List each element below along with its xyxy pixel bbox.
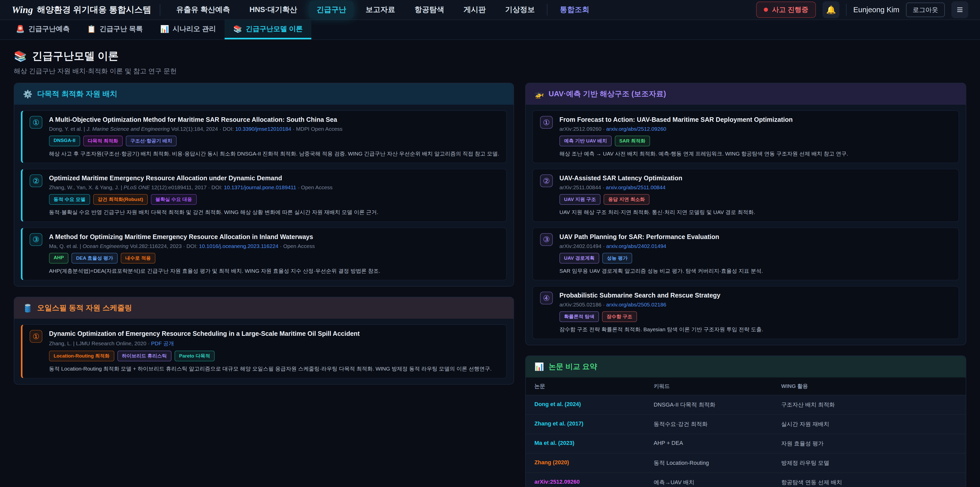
- incident-dot-icon: [764, 8, 768, 12]
- paper-meta: Dong, Y. et al. | J. Marine Science and …: [49, 126, 499, 132]
- panel-header: 🚁 UAV·예측 기반 해상구조 (보조자료): [526, 83, 966, 105]
- tag: Pareto 다목적: [175, 351, 215, 361]
- tag-list: UAV 경로계획 성능 평가: [559, 253, 951, 263]
- paper-authors: Ma, Q. et al. |: [49, 243, 83, 249]
- tag: UAV 지원 구조: [559, 194, 600, 205]
- table-row[interactable]: Zhang (2020) 동적 Location-Routing 방제정 라우팅…: [526, 453, 966, 473]
- table-row[interactable]: Dong et al. (2024) DNSGA-II 다목적 최적화 구조자산…: [526, 395, 966, 414]
- main-nav: 유출유 확산예측 HNS·대기확산 긴급구난 보고자료 항공탐색 게시판 기상정…: [169, 1, 597, 18]
- nav-item-board[interactable]: 게시판: [456, 1, 493, 18]
- tag: 구조선·항공기 배치: [126, 136, 177, 146]
- paper-title: UAV Path Planning for SAR: Performance E…: [559, 233, 951, 241]
- tag: 하이브리드 휴리스틱: [118, 351, 172, 361]
- paper-volume: 12(12):e0189411, 2017 · DOI:: [150, 184, 224, 190]
- paper-body: Probabilistic Submarine Search and Rescu…: [559, 292, 951, 333]
- nav-divider: [160, 4, 160, 16]
- paper-number-badge: ④: [540, 292, 553, 304]
- paper-ref-link[interactable]: Dong et al. (2024): [526, 395, 645, 414]
- logo-text: 해양환경 위기대응 통합시스템: [37, 4, 151, 16]
- page-title: 📚 긴급구난모델 이론: [14, 49, 966, 63]
- paper-meta: arXiv:2511.00844 · arxiv.org/abs/2511.00…: [559, 184, 951, 190]
- menu-button[interactable]: ≡: [951, 1, 968, 18]
- paper-title: UAV-Assisted SAR Latency Optimization: [559, 174, 951, 182]
- tag: Location-Routing 최적화: [49, 351, 115, 361]
- page-header: 📚 긴급구난모델 이론 해상 긴급구난 자원 배치·최적화 이론 및 참고 연구…: [0, 40, 980, 83]
- nav-item-weather[interactable]: 기상정보: [498, 1, 542, 18]
- paper-arxiv-id: arXiv:2402.01494 ·: [559, 243, 606, 249]
- pdf-link[interactable]: PDF 공개: [151, 340, 174, 346]
- notification-button[interactable]: 🔔: [822, 1, 839, 18]
- panel-header: ⚙️ 다목적 최적화 자원 배치: [14, 83, 514, 105]
- paper-meta: Ma, Q. et al. | Ocean Engineering Vol.28…: [49, 243, 499, 249]
- table-row[interactable]: arXiv:2512.09260 예측→UAV 배치 항공탐색 연동 선제 배치: [526, 473, 966, 487]
- arxiv-link[interactable]: arxiv.org/abs/2512.09260: [606, 126, 666, 132]
- tab-rescue-model-theory[interactable]: 📚 긴급구난모델 이론: [224, 20, 311, 39]
- paper-number-badge: ①: [30, 116, 42, 129]
- doi-link[interactable]: 10.1016/j.oceaneng.2023.116224: [199, 243, 278, 249]
- arxiv-link[interactable]: arxiv.org/abs/2505.02186: [606, 302, 666, 308]
- nav-item-integrated-search[interactable]: 통합조회: [552, 1, 597, 18]
- paper-access: · Open Access: [296, 184, 332, 190]
- paper-body: Optimized Maritime Emergency Resource Al…: [49, 174, 499, 216]
- paper-card: ① From Forecast to Action: UAV-Based Mar…: [532, 110, 959, 163]
- incident-status-badge[interactable]: 사고 진행중: [756, 2, 816, 18]
- paper-body: A Method for Optimizing Maritime Emergen…: [49, 233, 499, 275]
- panel-header: 🛢️ 오일스필 동적 자원 스케줄링: [14, 297, 514, 319]
- tag: SAR 최적화: [615, 136, 650, 146]
- tab-rescue-list[interactable]: 📋 긴급구난 목록: [78, 20, 151, 39]
- oil-drum-icon: 🛢️: [23, 303, 32, 313]
- nav-item-hns[interactable]: HNS·대기확산: [242, 1, 304, 18]
- panel-multiobjective-optimization: ⚙️ 다목적 최적화 자원 배치 ① A Multi-Objective Opt…: [14, 83, 514, 287]
- logout-button[interactable]: 로그아웃: [906, 3, 945, 17]
- tag-list: 동적 수요 모델 강건 최적화(Robust) 불확실 수요 대응: [49, 194, 499, 205]
- helicopter-icon: 🚁: [535, 89, 544, 99]
- nav-item-oil-spill[interactable]: 유출유 확산예측: [169, 1, 237, 18]
- arxiv-link[interactable]: arxiv.org/abs/2402.01494: [606, 243, 666, 249]
- tag-list: UAV 지원 구조 응답 지연 최소화: [559, 194, 951, 205]
- gear-icon: ⚙️: [23, 89, 32, 99]
- paper-number-badge: ①: [30, 330, 42, 343]
- paper-meta: Zhang, L. | LJMU Research Online, 2020 ·…: [49, 340, 499, 347]
- doi-link[interactable]: 10.3390/jmse12010184: [235, 126, 291, 132]
- table-row[interactable]: Ma et al. (2023) AHP + DEA 자원 효율성 평가: [526, 434, 966, 453]
- doi-link[interactable]: 10.1371/journal.pone.0189411: [224, 184, 296, 190]
- paper-ref-link[interactable]: Ma et al. (2023): [526, 434, 645, 453]
- tag: UAV 경로계획: [559, 253, 599, 263]
- paper-arxiv-id: arXiv:2505.02186 ·: [559, 302, 606, 308]
- keyword-cell: 동적수요·강건 최적화: [645, 415, 773, 434]
- paper-ref-link[interactable]: arXiv:2512.09260: [526, 473, 645, 487]
- chart-icon: 📊: [160, 25, 169, 33]
- paper-body: UAV Path Planning for SAR: Performance E…: [559, 233, 951, 275]
- table-row[interactable]: Zhang et al. (2017) 동적수요·강건 최적화 실시간 자원 재…: [526, 414, 966, 434]
- tag: 잠수함 구조: [602, 311, 637, 322]
- nav-item-reports[interactable]: 보고자료: [358, 1, 402, 18]
- paper-number-badge: ②: [30, 174, 42, 187]
- paper-ref-link[interactable]: Zhang et al. (2017): [526, 415, 645, 434]
- paper-title: Optimized Maritime Emergency Resource Al…: [49, 174, 499, 182]
- arxiv-link[interactable]: arxiv.org/abs/2511.00844: [606, 184, 666, 190]
- paper-authors: Zhang, L. | LJMU Research Online, 2020 ·: [49, 340, 151, 346]
- wing-usage-cell: 방제정 라우팅 모델: [773, 453, 966, 473]
- keyword-cell: 동적 Location-Routing: [645, 453, 773, 473]
- keyword-cell: AHP + DEA: [645, 434, 773, 453]
- paper-body: From Forecast to Action: UAV-Based Marit…: [559, 116, 951, 158]
- nav-item-aerial-search[interactable]: 항공탐색: [407, 1, 451, 18]
- tab-rescue-prediction[interactable]: 🚨 긴급구난예측: [7, 20, 78, 39]
- tab-scenario-management[interactable]: 📊 시나리오 관리: [151, 20, 224, 39]
- paper-description: 해상 사고 후 구조자원(구조선·항공기) 배치 최적화. 비용·응답시간 동시…: [49, 150, 499, 158]
- nav-item-emergency-rescue[interactable]: 긴급구난: [309, 1, 353, 18]
- paper-access: · MDPI Open Access: [291, 126, 342, 132]
- wing-usage-cell: 자원 효율성 평가: [773, 434, 966, 453]
- wing-usage-cell: 항공탐색 연동 선제 배치: [773, 473, 966, 487]
- keyword-cell: DNSGA-II 다목적 최적화: [645, 395, 773, 414]
- paper-arxiv-id: arXiv:2512.09260 ·: [559, 126, 606, 132]
- paper-ref-link[interactable]: Zhang (2020): [526, 453, 645, 473]
- paper-body: Dynamic Optimization of Emergency Resour…: [49, 330, 499, 373]
- paper-journal: J. Marine Science and Engineering: [86, 126, 170, 132]
- paper-journal: Ocean Engineering: [83, 243, 129, 249]
- paper-card: ② UAV-Assisted SAR Latency Optimization …: [532, 169, 959, 222]
- tag: 예측 기반 UAV 배치: [559, 136, 612, 146]
- wing-usage-cell: 실시간 자원 재배치: [773, 415, 966, 434]
- paper-card: ③ UAV Path Planning for SAR: Performance…: [532, 228, 959, 280]
- siren-icon: 🚨: [16, 25, 25, 33]
